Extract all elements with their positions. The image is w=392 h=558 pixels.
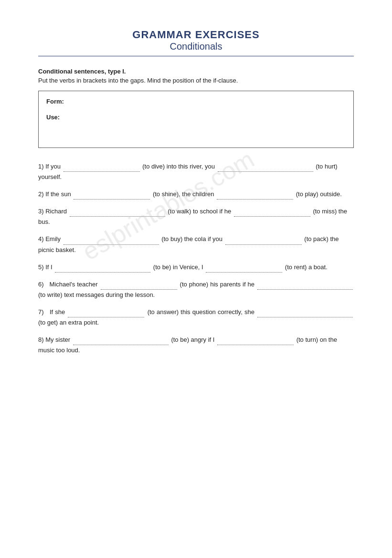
page-title: GRAMMAR EXERCISES: [38, 29, 354, 41]
exercise-number: 6): [38, 281, 49, 288]
section-instruction: Put the verbs in brackets into the gaps.…: [38, 77, 354, 84]
exercise-2: 2) If the sun (to shine), the children (…: [38, 189, 354, 200]
blank-2b: [217, 193, 293, 200]
exercise-number: 4): [38, 235, 45, 242]
blank-1b: [218, 166, 313, 172]
header-divider: [38, 56, 354, 56]
use-label: Use:: [46, 114, 60, 121]
blank-1a: [64, 166, 140, 172]
blank-5b: [206, 266, 282, 273]
blank-3a: [70, 211, 165, 217]
blank-7b: [257, 311, 353, 317]
section-heading: Conditional sentences, type I.: [38, 68, 354, 75]
exercise-number: 2): [38, 190, 45, 198]
blank-6b: [257, 284, 353, 290]
blank-5a: [55, 266, 150, 273]
exercise-number: 1): [38, 163, 45, 170]
form-reference-box: Form: Use:: [38, 91, 354, 148]
exercise-7: 7) If she (to answer) this question corr…: [38, 307, 354, 328]
exercise-number: 8): [38, 336, 45, 343]
exercise-number: 7): [38, 308, 50, 316]
blank-4a: [64, 239, 159, 245]
form-row: Form:: [46, 98, 346, 105]
exercise-4: 4) Emily (to buy) the cola if you (to pa…: [38, 234, 354, 255]
exercise-8: 8) My sister (to be) angry if I (to turn…: [38, 335, 354, 356]
exercises-container: 1) If you (to dive) into this river, you…: [38, 161, 354, 356]
blank-2a: [74, 193, 150, 200]
blank-6a: [101, 284, 177, 290]
blank-3b: [234, 211, 310, 217]
exercise-1: 1) If you (to dive) into this river, you…: [38, 161, 354, 182]
blank-8a: [73, 339, 169, 345]
form-label: Form:: [46, 98, 64, 105]
page-subtitle: Conditionals: [38, 41, 354, 52]
exercise-5: 5) If I (to be) in Venice, I (to rent) a…: [38, 262, 354, 273]
blank-7a: [68, 311, 144, 317]
blank-4b: [225, 239, 302, 245]
blank-8b: [217, 339, 294, 345]
exercise-3: 3) Richard (to walk) to school if he (to…: [38, 206, 354, 227]
exercise-6: 6) Michael's teacher (to phone) his pare…: [38, 279, 354, 300]
exercise-number: 3): [38, 208, 45, 215]
use-row: Use:: [46, 114, 346, 121]
page-header: GRAMMAR EXERCISES Conditionals: [38, 29, 354, 52]
exercise-number: 5): [38, 263, 45, 271]
